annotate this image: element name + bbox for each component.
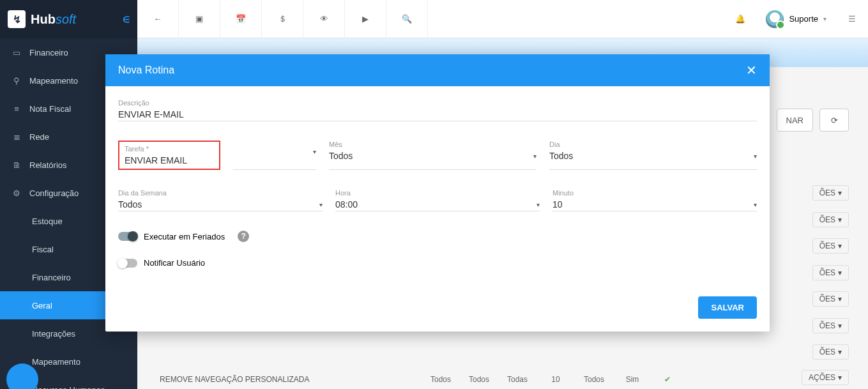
- actions-button[interactable]: AÇÕES ▾: [802, 370, 849, 385]
- field-label: Dia: [549, 141, 757, 148]
- row-col: 10: [537, 375, 575, 384]
- chevron-down-icon: ▾: [533, 153, 537, 160]
- list-icon: ≣: [11, 132, 22, 142]
- topbar-contact-button[interactable]: ▣: [179, 0, 220, 38]
- save-button[interactable]: SALVAR: [698, 296, 757, 319]
- refresh-icon: ⟳: [831, 116, 838, 125]
- topbar-eye-button[interactable]: 👁: [303, 0, 345, 38]
- doc-icon: 🗎: [11, 160, 22, 170]
- menu-icon: ☰: [848, 14, 856, 24]
- field-dia-semana[interactable]: Dia da Semana Todos▾: [118, 189, 323, 211]
- chevron-down-icon: ▾: [838, 347, 842, 356]
- topbar-search-button[interactable]: 🔍: [386, 0, 428, 38]
- topbar-money-button[interactable]: ＄: [262, 0, 303, 38]
- field-value: 10: [552, 199, 563, 210]
- app-menu-button[interactable]: ☰: [836, 14, 868, 24]
- sidebar-item-label: Nota Fiscal: [29, 104, 71, 114]
- back-button[interactable]: ←: [137, 0, 179, 38]
- row-col: Sim: [613, 375, 651, 384]
- sidebar-collapse-icon[interactable]: ∈: [123, 15, 130, 24]
- toggle-notificar-row: Notificar Usuário: [118, 258, 757, 268]
- user-menu[interactable]: Suporte ▾: [756, 10, 836, 28]
- modal-title: Nova Rotina: [118, 65, 174, 76]
- actions-button[interactable]: ÕES ▾: [812, 344, 849, 360]
- sidebar-item-label: Configuração: [29, 188, 79, 198]
- add-button[interactable]: NAR: [777, 109, 813, 132]
- modal-body: Descrição ENVIAR E-MAIL Tarefa * ENVIAR …: [105, 86, 770, 290]
- button-label: NAR: [786, 116, 803, 125]
- field-label: Descrição: [118, 99, 757, 107]
- chevron-down-icon: ▾: [754, 153, 757, 160]
- sidebar-item-label: Mapeamento: [32, 357, 80, 367]
- avatar: [766, 10, 784, 28]
- field-minuto[interactable]: Minuto 10▾: [552, 189, 757, 211]
- close-button[interactable]: ✕: [746, 63, 757, 78]
- row-col: Todas: [498, 375, 537, 384]
- row-col: Todos: [422, 375, 460, 384]
- field-value: Todos: [549, 151, 573, 161]
- refresh-button[interactable]: ⟳: [819, 109, 849, 132]
- page-toolbar: NAR ⟳: [777, 109, 849, 132]
- field-value: Todos: [118, 199, 142, 210]
- field-dia[interactable]: Dia Todos▾: [549, 141, 757, 170]
- chevron-down-icon: ▾: [838, 373, 842, 382]
- actions-button[interactable]: ÕES ▾: [812, 185, 849, 201]
- toggle-feriados-row: Executar em Feriados ?: [118, 231, 757, 242]
- chevron-down-icon: ▾: [754, 201, 757, 208]
- actions-button[interactable]: ÕES ▾: [812, 318, 849, 333]
- actions-button[interactable]: ÕES ▾: [812, 238, 849, 254]
- sidebar-item-label: Estoque: [32, 217, 63, 226]
- chevron-down-icon: ▾: [319, 201, 323, 208]
- field-label: Mês: [329, 141, 537, 148]
- actions-button[interactable]: ÕES ▾: [812, 212, 849, 227]
- logo-mark-icon: ↯: [8, 10, 26, 28]
- actions-button[interactable]: ÕES ▾: [812, 291, 849, 307]
- money-icon: ＄: [278, 13, 287, 25]
- chevron-down-icon: ▾: [838, 215, 842, 224]
- arrow-left-icon: ←: [154, 14, 162, 24]
- sidebar-item-label: Rede: [29, 132, 49, 142]
- check-icon: ✔: [651, 375, 683, 384]
- modal-footer: SALVAR: [105, 290, 770, 332]
- notifications-button[interactable]: 🔔: [724, 14, 756, 24]
- chevron-down-icon: ▾: [838, 268, 842, 277]
- modal-nova-rotina: Nova Rotina ✕ Descrição ENVIAR E-MAIL Ta…: [105, 54, 770, 332]
- field-tarefa[interactable]: Tarefa * ENVIAR EMAIL: [118, 141, 220, 170]
- field-label: Minuto: [552, 189, 757, 197]
- toggle-feriados[interactable]: [118, 232, 137, 241]
- field-label: Tarefa *: [125, 145, 214, 153]
- gear-icon: ⚙: [11, 188, 22, 198]
- card-icon: ▭: [11, 48, 22, 57]
- terminal-icon: ▶: [362, 14, 369, 24]
- chevron-down-icon: ▾: [838, 294, 842, 303]
- field-value: ENVIAR EMAIL: [125, 155, 187, 165]
- topbar: ← ▣ 📅 ＄ 👁 ▶ 🔍 🔔 Suporte ▾ ☰: [137, 0, 868, 38]
- sidebar-item-label: Fiscal: [32, 245, 54, 254]
- sidebar-item-label: Integrações: [32, 329, 75, 339]
- sidebar-item-label: Mapeamento: [29, 76, 78, 86]
- sidebar-item-label: Recursos Humanos: [32, 385, 105, 390]
- row-desc: REMOVE NAVEGAÇÃO PERSONALIZADA: [160, 375, 422, 384]
- field-hora[interactable]: Hora 08:00▾: [335, 189, 540, 211]
- toggle-label: Executar em Feriados: [144, 232, 225, 241]
- table-row: REMOVE NAVEGAÇÃO PERSONALIZADA Todos Tod…: [160, 370, 868, 389]
- field-tarefa-rest[interactable]: ▾: [233, 141, 316, 170]
- chevron-down-icon: ▾: [838, 321, 842, 330]
- bell-icon: 🔔: [735, 14, 745, 24]
- sidebar-item-label: Financeiro: [29, 48, 68, 57]
- field-mes[interactable]: Mês Todos▾: [329, 141, 537, 170]
- actions-button[interactable]: ÕES ▾: [812, 265, 849, 280]
- field-label: Dia da Semana: [118, 189, 323, 197]
- field-value: 08:00: [335, 199, 358, 210]
- topbar-calendar-button[interactable]: 📅: [220, 0, 262, 38]
- sidebar-item-label: Geral: [32, 301, 52, 310]
- chevron-down-icon: ▾: [838, 188, 842, 197]
- help-icon[interactable]: ?: [238, 231, 249, 242]
- calendar-icon: 📅: [236, 14, 246, 24]
- search-icon: 🔍: [402, 14, 412, 24]
- field-value: Todos: [329, 151, 353, 161]
- toggle-notificar[interactable]: [118, 259, 137, 268]
- field-descricao[interactable]: Descrição ENVIAR E-MAIL: [118, 99, 757, 121]
- topbar-terminal-button[interactable]: ▶: [345, 0, 386, 38]
- logo-row: ↯ Hubsoft ∈: [0, 0, 137, 38]
